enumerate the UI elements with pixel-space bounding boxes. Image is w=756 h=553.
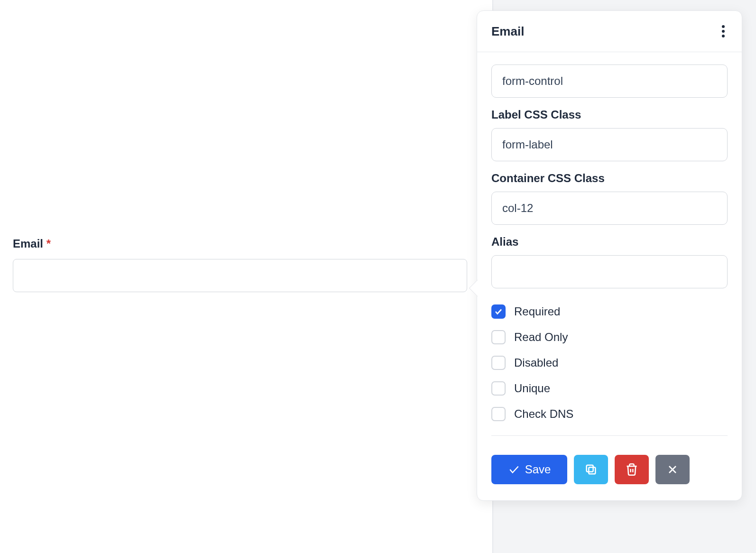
copy-icon — [584, 463, 598, 476]
properties-panel: Email Label CSS Class Container CSS Clas… — [477, 10, 742, 501]
readonly-checkbox[interactable] — [491, 330, 506, 344]
footer-divider — [491, 435, 728, 436]
close-icon — [666, 463, 679, 476]
panel-title: Email — [491, 24, 524, 39]
panel-footer: Save — [477, 441, 742, 500]
alias-label: Alias — [491, 235, 728, 249]
save-button-label: Save — [525, 463, 551, 476]
disabled-checkbox[interactable] — [491, 356, 506, 370]
email-field-label: Email * — [13, 237, 467, 250]
svg-rect-0 — [589, 467, 595, 474]
duplicate-button[interactable] — [574, 455, 608, 484]
required-asterisk: * — [46, 237, 51, 250]
checkdns-checkbox-row: Check DNS — [491, 401, 728, 427]
readonly-checkbox-label: Read Only — [514, 331, 568, 344]
email-input[interactable] — [13, 259, 467, 292]
trash-icon — [625, 463, 638, 476]
alias-input[interactable] — [491, 255, 728, 288]
disabled-checkbox-row: Disabled — [491, 350, 728, 376]
container-css-class-group: Container CSS Class — [491, 172, 728, 225]
label-css-class-label: Label CSS Class — [491, 108, 728, 121]
container-css-class-label: Container CSS Class — [491, 172, 728, 185]
alias-group: Alias — [491, 235, 728, 288]
email-field-block[interactable]: Email * — [13, 237, 467, 292]
close-button[interactable] — [655, 455, 690, 484]
delete-button[interactable] — [615, 455, 649, 484]
required-checkbox[interactable] — [491, 304, 506, 319]
panel-header: Email — [477, 11, 742, 52]
required-checkbox-row: Required — [491, 299, 728, 324]
checkdns-checkbox-label: Check DNS — [514, 407, 573, 421]
unique-checkbox[interactable] — [491, 381, 506, 396]
panel-body: Label CSS Class Container CSS Class Alia… — [477, 52, 742, 441]
check-icon — [508, 463, 520, 476]
form-canvas: Email * — [0, 0, 492, 553]
checkdns-checkbox[interactable] — [491, 407, 506, 421]
disabled-checkbox-label: Disabled — [514, 356, 558, 369]
css-class-input[interactable] — [491, 65, 728, 98]
readonly-checkbox-row: Read Only — [491, 324, 728, 350]
unique-checkbox-row: Unique — [491, 376, 728, 401]
label-css-class-input[interactable] — [491, 128, 728, 161]
css-class-group — [491, 65, 728, 98]
required-checkbox-label: Required — [514, 305, 560, 318]
more-options-icon[interactable] — [719, 22, 728, 40]
email-label-text: Email — [13, 237, 43, 250]
svg-rect-1 — [587, 465, 593, 472]
container-css-class-input[interactable] — [491, 192, 728, 225]
unique-checkbox-label: Unique — [514, 382, 550, 395]
label-css-class-group: Label CSS Class — [491, 108, 728, 161]
checkbox-group: Required Read Only Disabled Unique — [491, 299, 728, 427]
save-button[interactable]: Save — [491, 455, 567, 484]
